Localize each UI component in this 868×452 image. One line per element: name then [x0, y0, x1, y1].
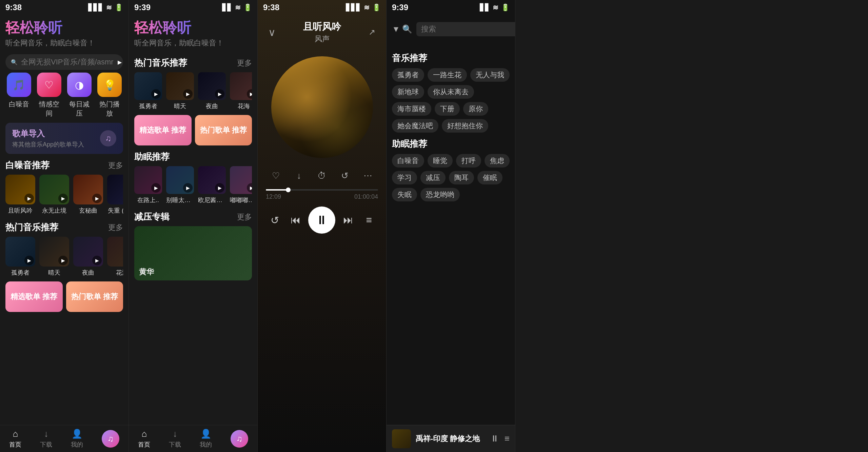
p4-music-tags: 孤勇者 一路生花 无人与我 新地球 你从未离去 海市蜃楼 下册 原你 她会魔法吧…: [392, 68, 510, 133]
more-icon[interactable]: ⋯: [360, 168, 375, 183]
p2-hot-card-1[interactable]: ▶ 晴天: [166, 72, 194, 110]
music-title-2: 夜曲: [73, 269, 103, 277]
p4-search-input[interactable]: [421, 25, 514, 34]
mini-playlist-btn[interactable]: ≡: [505, 433, 510, 444]
p4-music-tag-8[interactable]: 她会魔法吧: [392, 119, 438, 133]
p2-pressure-more[interactable]: 更多: [237, 212, 252, 222]
p4-music-tag-1[interactable]: 一路生花: [428, 68, 467, 82]
p4-sleep-recommend-title: 助眠推荐: [392, 138, 510, 150]
nav-download-1[interactable]: ↓ 下载: [40, 429, 52, 449]
p2-hot-card-2[interactable]: ▶ 夜曲: [198, 72, 226, 110]
p4-music-tag-5[interactable]: 海市蜃楼: [392, 102, 431, 116]
p4-sleep-tag-3[interactable]: 焦虑: [485, 154, 510, 168]
nav-home-1[interactable]: ⌂ 首页: [9, 429, 21, 449]
p4-music-tag-0[interactable]: 孤勇者: [392, 68, 424, 82]
p2-sleep-card-0[interactable]: ▶ 在路上..: [134, 166, 162, 204]
music-card-2[interactable]: ▶ 夜曲: [73, 237, 103, 277]
music-card-0[interactable]: ▶ 孤勇者: [5, 237, 35, 277]
p2-playlist-label-1: 热门歌单 推荐: [200, 125, 247, 136]
player-title-block: 且听风吟 风声: [303, 20, 341, 44]
p4-sleep-tag-0[interactable]: 白噪音: [392, 154, 424, 168]
p4-sleep-tag-6[interactable]: 陶耳: [449, 171, 474, 184]
p4-search-header: ▼ 🔍 ✕ 搜索: [387, 15, 515, 43]
p4-search-icon[interactable]: 🔍: [402, 24, 412, 34]
progress-bar[interactable]: [266, 189, 378, 191]
battery-icon-3: 🔋: [372, 3, 381, 12]
quick-item-hot[interactable]: 💡 热门播放: [96, 73, 123, 118]
p4-sleep-tag-2[interactable]: 打呼: [456, 154, 481, 168]
import-banner[interactable]: 歌单导入 将其他音乐App的歌单导入 ♫: [5, 123, 123, 154]
p2-pressure-header: 减压专辑 更多: [134, 211, 252, 223]
play-overlay-1: ▶: [58, 194, 68, 203]
player-back-icon[interactable]: ∨: [264, 25, 279, 40]
noise-card-1[interactable]: ▶ 永无止境: [39, 175, 69, 215]
nav-mine-2[interactable]: 👤 我的: [200, 429, 212, 449]
playlist-card-0[interactable]: 精选歌单 推荐: [5, 281, 63, 312]
noise-more-btn[interactable]: 更多: [108, 160, 123, 171]
p2-playlist-card-0[interactable]: 精选歌单 推荐: [134, 115, 192, 145]
next-btn[interactable]: ⏭: [340, 212, 356, 228]
p4-sleep-tag-5[interactable]: 减压: [420, 171, 446, 184]
nav-mine-1[interactable]: 👤 我的: [71, 429, 83, 449]
p2-hot-card-0[interactable]: ▶ 孤勇者: [134, 72, 162, 110]
p2-hot-card-3[interactable]: ▶ 花海: [230, 72, 252, 110]
quick-item-daily[interactable]: ◑ 每日减压: [66, 73, 93, 118]
p4-music-tag-3[interactable]: 新地球: [392, 85, 424, 99]
p4-music-tag-6[interactable]: 下册: [435, 102, 460, 116]
p4-filter-icon[interactable]: ▼: [392, 24, 400, 34]
quick-item-emotion[interactable]: ♡ 情感空间: [36, 73, 62, 118]
player-share-icon[interactable]: ↗: [364, 25, 379, 40]
music-more-btn[interactable]: 更多: [108, 222, 123, 233]
p2-sleep-card-3[interactable]: ▶ 嘟嘟嘟~偶呢: [230, 166, 252, 204]
home-icon-1: ⌂: [13, 429, 18, 439]
nav-download-2[interactable]: ↓ 下载: [169, 429, 181, 449]
music-card-3[interactable]: ▶ 花海: [107, 237, 123, 277]
playlist-card-1[interactable]: 热门歌单 推荐: [66, 281, 123, 312]
p4-music-tag-7[interactable]: 原你: [463, 102, 488, 116]
time-elapsed: 12:09: [266, 193, 281, 200]
music-title-3: 花海: [107, 269, 123, 277]
p4-music-tag-9[interactable]: 好想抱住你: [442, 119, 488, 133]
p2-playlist-card-1[interactable]: 热门歌单 推荐: [195, 115, 252, 145]
quick-item-noise[interactable]: 🎵 白噪音: [5, 73, 32, 118]
search-input-1[interactable]: [21, 58, 114, 66]
p4-sleep-tag-7[interactable]: 催眠: [477, 171, 502, 184]
noise-card-0[interactable]: ▶ 且听风吟: [5, 175, 35, 215]
noise-card-2[interactable]: ▶ 玄秘曲: [73, 175, 103, 215]
repeat-btn[interactable]: ↺: [267, 212, 283, 228]
pressure-album[interactable]: 黄华: [134, 226, 252, 280]
like-icon[interactable]: ♡: [269, 168, 283, 183]
timer-icon[interactable]: ⏱: [314, 168, 329, 183]
p2-hot-thumb-2: ▶: [198, 72, 226, 100]
p4-search-bar[interactable]: [416, 22, 515, 36]
p4-sleep-tag-1[interactable]: 睡觉: [428, 154, 453, 168]
play-search-icon[interactable]: ▶: [118, 59, 122, 65]
prev-btn[interactable]: ⏮: [288, 212, 304, 228]
p4-music-tag-4[interactable]: 你从未离去: [428, 85, 474, 99]
p4-sleep-tag-4[interactable]: 学习: [392, 171, 417, 184]
p2-sleep-card-1[interactable]: ▶ 别睡太晚，别爱: [166, 166, 194, 204]
nav-special-1[interactable]: ♫: [102, 430, 119, 448]
p4-sleep-tag-9[interactable]: 恐龙哟哟: [420, 188, 460, 201]
download-icon[interactable]: ↓: [292, 168, 307, 183]
daily-label: 每日减压: [66, 100, 93, 118]
playlist-btn[interactable]: ≡: [361, 212, 377, 228]
noise-card-3[interactable]: ▶ 失重 (weig: [107, 175, 123, 215]
p4-music-tag-2[interactable]: 无人与我: [470, 68, 510, 82]
search-bar-1[interactable]: 🔍 ▶: [5, 54, 123, 70]
nav-home-2[interactable]: ⌂ 首页: [138, 429, 150, 449]
music-title-1: 晴天: [39, 269, 69, 277]
p2-sleep-card-2[interactable]: ▶ 欧尼酱~小铃声: [198, 166, 226, 204]
p4-sleep-tag-8[interactable]: 失眠: [392, 188, 417, 201]
loop-icon[interactable]: ↺: [337, 168, 352, 183]
album-art-container: [258, 50, 386, 165]
nav-special-2[interactable]: ♫: [231, 430, 248, 448]
mini-pause-btn[interactable]: ⏸: [490, 433, 499, 444]
p2-hot-more[interactable]: 更多: [237, 58, 252, 68]
p2-play-1: ▶: [183, 89, 193, 99]
music-card-1[interactable]: ▶ 晴天: [39, 237, 69, 277]
p2-hot-thumb-1: ▶: [166, 72, 194, 100]
status-icons-2: ▋▋ ≋ 🔋: [222, 3, 252, 12]
play-pause-btn[interactable]: ⏸: [308, 207, 335, 234]
download-icon-1: ↓: [44, 429, 48, 439]
